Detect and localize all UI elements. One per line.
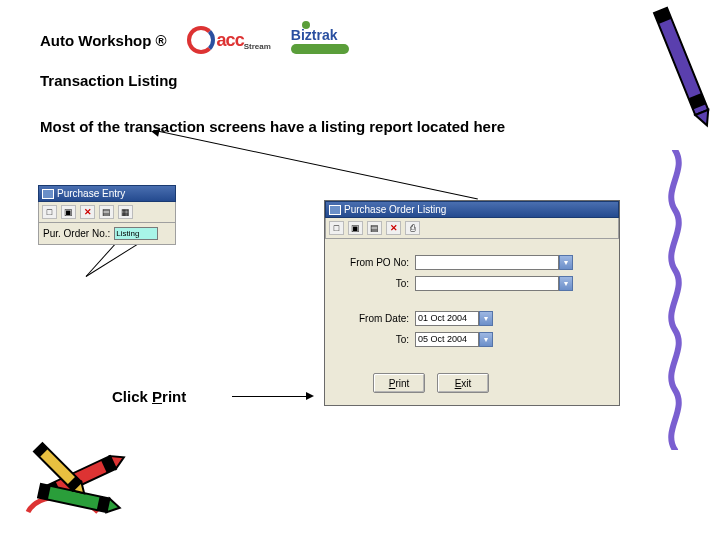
chevron-down-icon[interactable]: ▾ [479, 332, 493, 347]
save-icon[interactable]: ▤ [99, 205, 114, 219]
window-title-text: Purchase Order Listing [344, 204, 446, 215]
arrow-head-icon [150, 127, 159, 136]
from-date-picker[interactable]: 01 Oct 2004 ▾ [415, 311, 493, 326]
acc-ring-icon [187, 26, 215, 54]
form-area: From PO No: ▾ To: ▾ From Date: 01 Oct 20… [325, 239, 619, 367]
grid-icon[interactable]: ▦ [118, 205, 133, 219]
svg-marker-11 [107, 498, 122, 514]
from-po-combo[interactable]: ▾ [415, 255, 573, 270]
print-icon[interactable]: ⎙ [405, 221, 420, 235]
window-icon [42, 189, 54, 199]
arrow-line-icon [232, 396, 308, 397]
to-date-picker[interactable]: 05 Oct 2004 ▾ [415, 332, 493, 347]
to-date-label: To: [333, 334, 415, 345]
to-date-input[interactable]: 05 Oct 2004 [415, 332, 479, 347]
po-listing-window: Purchase Order Listing □ ▣ ▤ ✕ ⎙ From PO… [324, 200, 620, 406]
window-title-text: Purchase Entry [57, 188, 125, 199]
chevron-down-icon[interactable]: ▾ [479, 311, 493, 326]
from-po-label: From PO No: [333, 257, 415, 268]
print-button[interactable]: Print [373, 373, 425, 393]
arrow-line-icon [155, 130, 478, 200]
delete-x-icon[interactable]: ✕ [80, 205, 95, 219]
pur-order-no-label: Pur. Order No.: [43, 228, 110, 239]
new-doc-icon[interactable]: □ [329, 221, 344, 235]
header-row: Auto Workshop ® acc Stream Biztrak [40, 26, 349, 54]
exit-button[interactable]: Exit [437, 373, 489, 393]
from-po-input[interactable] [415, 255, 559, 270]
app-title: Auto Workshop ® [40, 32, 167, 49]
chevron-down-icon[interactable]: ▾ [559, 276, 573, 291]
arrow-head-icon [306, 392, 314, 400]
open-icon[interactable]: ▣ [348, 221, 363, 235]
squiggle-decoration-icon [658, 150, 692, 454]
crayon-decoration-icon [634, 0, 720, 140]
from-date-label: From Date: [333, 313, 415, 324]
to-po-combo[interactable]: ▾ [415, 276, 573, 291]
window-icon [329, 205, 341, 215]
toolbar: □ ▣ ✕ ▤ ▦ [38, 202, 176, 223]
crayon-pile-decoration-icon [18, 422, 148, 532]
toolbar: □ ▣ ▤ ✕ ⎙ [325, 218, 619, 239]
acc-stream-logo: acc Stream [187, 26, 271, 54]
body-text: Most of the transaction screens have a l… [40, 118, 505, 135]
biztrak-logo: Biztrak [291, 27, 349, 54]
to-po-label: To: [333, 278, 415, 289]
pur-order-no-input[interactable]: Listing [114, 227, 158, 240]
window-titlebar[interactable]: Purchase Order Listing [325, 201, 619, 218]
delete-x-icon[interactable]: ✕ [386, 221, 401, 235]
dialog-button-row: Print Exit [325, 367, 619, 405]
window-titlebar[interactable]: Purchase Entry [38, 185, 176, 202]
new-doc-icon[interactable]: □ [42, 205, 57, 219]
form-row: Pur. Order No.: Listing [38, 223, 176, 245]
purchase-entry-window: Purchase Entry □ ▣ ✕ ▤ ▦ Pur. Order No.:… [38, 185, 176, 245]
section-heading: Transaction Listing [40, 72, 178, 89]
to-po-input[interactable] [415, 276, 559, 291]
click-print-text: Click Print [112, 388, 186, 405]
from-date-input[interactable]: 01 Oct 2004 [415, 311, 479, 326]
chevron-down-icon[interactable]: ▾ [559, 255, 573, 270]
save-icon[interactable]: ▤ [367, 221, 382, 235]
open-icon[interactable]: ▣ [61, 205, 76, 219]
